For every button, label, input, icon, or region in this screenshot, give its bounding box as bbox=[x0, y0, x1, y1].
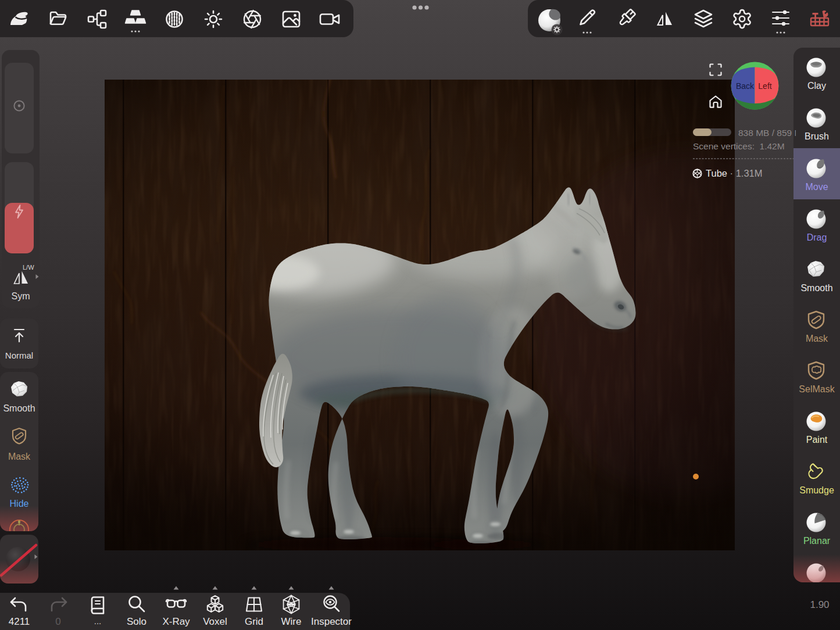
svg-text:Back: Back bbox=[736, 81, 755, 91]
svg-text:Left: Left bbox=[758, 81, 771, 91]
